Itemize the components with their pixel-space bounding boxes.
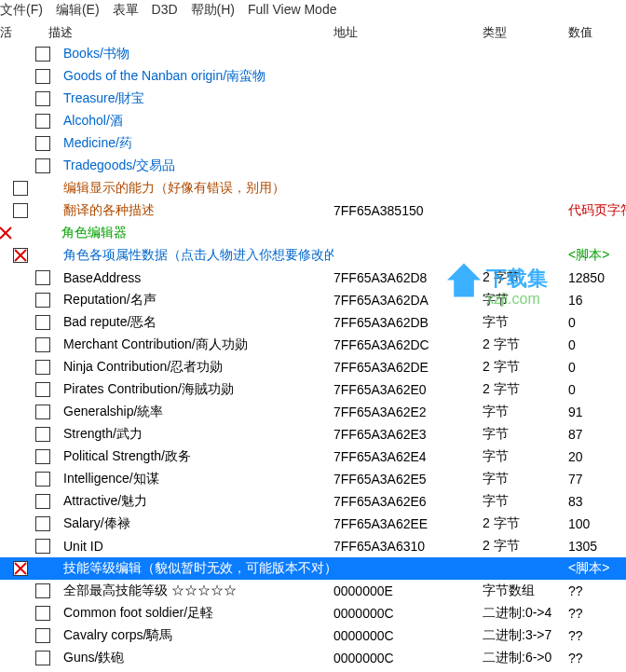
description-cell[interactable]: Reputation/名声 — [63, 292, 333, 309]
active-checkbox[interactable] — [13, 248, 28, 263]
table-row[interactable]: 角色编辑器 — [0, 222, 626, 244]
value-cell[interactable]: 91 — [568, 405, 626, 419]
active-checkbox[interactable] — [35, 270, 50, 285]
description-cell[interactable]: 翻译的各种描述 — [63, 202, 333, 219]
value-cell[interactable]: 0 — [568, 360, 626, 375]
value-cell[interactable]: ?? — [568, 651, 626, 665]
value-cell[interactable]: ?? — [568, 583, 626, 598]
description-cell[interactable]: Generalship/統率 — [63, 404, 333, 420]
value-cell[interactable]: 0 — [568, 382, 626, 397]
address-cell[interactable]: 7FF65A3A62E6 — [333, 494, 483, 509]
address-cell[interactable]: 7FF65A3A62D8 — [333, 270, 483, 285]
type-cell[interactable]: 字节 — [483, 314, 568, 331]
type-cell[interactable]: 2 字节 — [483, 269, 568, 286]
header-value[interactable]: 数值 — [568, 24, 626, 41]
table-row[interactable]: 翻译的各种描述7FF65A385150代码页字符串[???? ~ ??? — [0, 199, 626, 222]
table-row[interactable]: Guns/鉄砲0000000C二进制:6->0?? — [0, 647, 626, 669]
address-cell[interactable]: 0000000E — [333, 583, 483, 598]
description-cell[interactable]: Treasure/財宝 — [63, 90, 333, 107]
address-cell[interactable]: 7FF65A3A62DC — [333, 337, 483, 352]
type-cell[interactable]: 二进制:3->7 — [483, 627, 568, 644]
value-cell[interactable]: 0 — [568, 315, 626, 330]
description-cell[interactable]: 全部最高技能等级 ☆☆☆☆☆ — [63, 583, 333, 599]
description-cell[interactable]: Alcohol/酒 — [63, 113, 333, 130]
active-checkbox[interactable] — [35, 114, 50, 129]
value-cell[interactable]: 100 — [568, 516, 626, 531]
active-checkbox[interactable] — [35, 91, 50, 106]
active-checkbox[interactable] — [0, 226, 13, 240]
address-cell[interactable]: 7FF65A3A62E5 — [333, 472, 483, 487]
description-cell[interactable]: Merchant Contribution/商人功勋 — [63, 336, 333, 353]
table-row[interactable]: 全部最高技能等级 ☆☆☆☆☆0000000E字节数组?? — [0, 580, 626, 602]
value-cell[interactable]: ?? — [568, 628, 626, 643]
description-cell[interactable]: Bad repute/恶名 — [63, 314, 333, 331]
description-cell[interactable]: Strength/武力 — [63, 426, 333, 443]
value-cell[interactable]: 83 — [568, 494, 626, 509]
address-cell[interactable]: 0000000C — [333, 606, 483, 621]
table-row[interactable]: Pirates Contribution/海賊功勋7FF65A3A62E02 字… — [0, 378, 626, 401]
description-cell[interactable]: Guns/鉄砲 — [63, 650, 333, 666]
table-row[interactable]: Political Strength/政务7FF65A3A62E4字节20 — [0, 446, 626, 468]
type-cell[interactable]: 字节 — [483, 404, 568, 420]
type-cell[interactable]: 字节 — [483, 426, 568, 443]
table-row[interactable]: Reputation/名声7FF65A3A62DA字节16 — [0, 289, 626, 311]
menu-help[interactable]: 帮助(H) — [191, 2, 235, 19]
table-row[interactable]: Books/书物 — [0, 43, 626, 65]
value-cell[interactable]: 16 — [568, 293, 626, 308]
description-cell[interactable]: Ninja Contribution/忍者功勋 — [63, 359, 333, 376]
description-cell[interactable]: BaseAddress — [63, 270, 333, 285]
active-checkbox[interactable] — [13, 203, 28, 218]
active-checkbox[interactable] — [35, 628, 50, 643]
menu-file[interactable]: 文件(F) — [0, 2, 43, 19]
table-row[interactable]: Medicine/药 — [0, 132, 626, 155]
table-row[interactable]: Cavalry corps/騎馬0000000C二进制:3->7?? — [0, 624, 626, 647]
address-cell[interactable]: 0000000C — [333, 651, 483, 665]
address-cell[interactable]: 7FF65A3A62E3 — [333, 427, 483, 442]
description-cell[interactable]: Tradegoods/交易品 — [63, 158, 333, 174]
type-cell[interactable]: 2 字节 — [483, 538, 568, 555]
table-row[interactable]: Tradegoods/交易品 — [0, 155, 626, 177]
description-cell[interactable]: 角色编辑器 — [61, 225, 332, 241]
value-cell[interactable]: 87 — [568, 427, 626, 442]
description-cell[interactable]: Intelligence/知谋 — [63, 471, 333, 487]
table-row[interactable]: Attractive/魅力7FF65A3A62E6字节83 — [0, 490, 626, 513]
active-checkbox[interactable] — [35, 360, 50, 375]
type-cell[interactable]: 2 字节 — [483, 359, 568, 376]
table-row[interactable]: Strength/武力7FF65A3A62E3字节87 — [0, 423, 626, 446]
active-checkbox[interactable] — [35, 69, 50, 84]
description-cell[interactable]: 编辑显示的能力（好像有错误，别用） — [63, 180, 333, 197]
description-cell[interactable]: 技能等级编辑（貌似暂时无效，可能版本不对） — [63, 560, 333, 577]
header-description[interactable]: 描述 — [48, 24, 333, 41]
header-type[interactable]: 类型 — [483, 24, 568, 41]
type-cell[interactable]: 字节 — [483, 292, 568, 309]
menu-table[interactable]: 表單 — [113, 2, 139, 19]
active-checkbox[interactable] — [35, 472, 50, 487]
description-cell[interactable]: Unit ID — [63, 539, 333, 554]
value-cell[interactable]: 12850 — [568, 270, 626, 285]
table-row[interactable]: 角色各项属性数据（点击人物进入你想要修改的人物界面）<脚本> — [0, 244, 626, 267]
active-checkbox[interactable] — [35, 427, 50, 442]
value-cell[interactable]: 代码页字符串[???? ~ ??? — [568, 202, 626, 219]
header-active[interactable]: 活 — [0, 24, 15, 41]
table-row[interactable]: Ninja Contribution/忍者功勋7FF65A3A62DE2 字节0 — [0, 356, 626, 378]
value-cell[interactable]: ?? — [568, 606, 626, 621]
type-cell[interactable]: 二进制:6->0 — [483, 650, 568, 666]
address-cell[interactable]: 0000000C — [333, 628, 483, 643]
active-checkbox[interactable] — [35, 516, 50, 531]
description-cell[interactable]: Common foot soldier/足軽 — [63, 605, 333, 622]
active-checkbox[interactable] — [13, 561, 28, 576]
table-row[interactable]: Bad repute/恶名7FF65A3A62DB字节0 — [0, 311, 626, 334]
table-row[interactable]: 技能等级编辑（貌似暂时无效，可能版本不对）<脚本> — [0, 557, 626, 580]
menu-d3d[interactable]: D3D — [152, 2, 178, 19]
value-cell[interactable]: 77 — [568, 472, 626, 487]
description-cell[interactable]: 角色各项属性数据（点击人物进入你想要修改的人物界面） — [63, 247, 333, 264]
active-checkbox[interactable] — [35, 315, 50, 330]
address-cell[interactable]: 7FF65A385150 — [333, 203, 483, 218]
address-cell[interactable]: 7FF65A3A62DE — [333, 360, 483, 375]
address-cell[interactable]: 7FF65A3A62E2 — [333, 405, 483, 419]
active-checkbox[interactable] — [35, 337, 50, 352]
table-row[interactable]: Unit ID7FF65A3A63102 字节1305 — [0, 535, 626, 557]
table-row[interactable]: 编辑显示的能力（好像有错误，别用） — [0, 177, 626, 199]
active-checkbox[interactable] — [35, 293, 50, 308]
active-checkbox[interactable] — [35, 651, 50, 665]
